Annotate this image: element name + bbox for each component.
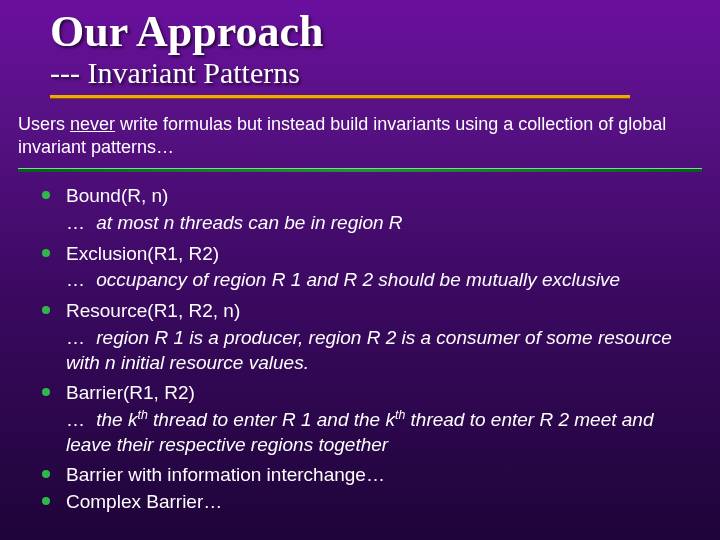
item-sub: … region R 1 is a producer, region R 2 i…: [42, 326, 690, 375]
item-head: Exclusion(R1, R2): [66, 243, 219, 264]
list-item: Barrier(R1, R2): [42, 381, 690, 406]
intro-pre: Users: [18, 114, 70, 134]
list-item: Resource(R1, R2, n): [42, 299, 690, 324]
pattern-list: Bound(R, n) … at most n threads can be i…: [0, 172, 720, 514]
sub-text: thread to enter: [405, 409, 539, 430]
sub-text: thread to enter: [148, 409, 282, 430]
sub-text: initial resource values.: [116, 352, 309, 373]
var-r: R 1: [154, 327, 184, 348]
intro-text: Users never write formulas but instead b…: [0, 99, 720, 162]
bullet-icon: [42, 470, 50, 478]
sub-text: is a producer, region: [184, 327, 367, 348]
item-head: Barrier with information interchange…: [66, 464, 385, 485]
sup-th: th: [137, 408, 147, 422]
bullet-icon: [42, 306, 50, 314]
var-r: R 2: [539, 409, 569, 430]
item-sub: … occupancy of region R 1 and R 2 should…: [42, 268, 690, 293]
ellipsis: …: [66, 212, 85, 233]
intro-post: write formulas but instead build invaria…: [18, 114, 666, 157]
ellipsis: …: [66, 269, 85, 290]
var-r: R 2: [343, 269, 373, 290]
var-r: R: [389, 212, 403, 233]
item-head: Barrier(R1, R2): [66, 382, 195, 403]
bullet-icon: [42, 191, 50, 199]
item-head: Resource(R1, R2, n): [66, 300, 240, 321]
sub-text: threads can be in region: [174, 212, 388, 233]
title-block: Our Approach --- Invariant Patterns: [0, 0, 720, 89]
var-r: R 1: [272, 269, 302, 290]
sub-text: occupancy of region: [91, 269, 272, 290]
item-head: Complex Barrier…: [66, 491, 222, 512]
slide-title: Our Approach: [50, 8, 720, 56]
var-r: R 1: [282, 409, 312, 430]
bullet-icon: [42, 388, 50, 396]
slide-subtitle: --- Invariant Patterns: [50, 56, 720, 89]
bullet-icon: [42, 249, 50, 257]
sub-text: and the k: [312, 409, 395, 430]
ellipsis: …: [66, 327, 85, 348]
sub-text: should be mutually exclusive: [373, 269, 620, 290]
var-n: n: [105, 352, 116, 373]
var-r: R 2: [367, 327, 397, 348]
list-item: Bound(R, n): [42, 184, 690, 209]
list-item: Complex Barrier…: [42, 490, 690, 515]
sup-th: th: [395, 408, 405, 422]
list-item: Exclusion(R1, R2): [42, 242, 690, 267]
bullet-icon: [42, 497, 50, 505]
sub-text: region: [91, 327, 154, 348]
sub-text: and: [301, 269, 343, 290]
sub-text: the k: [91, 409, 137, 430]
item-head: Bound(R, n): [66, 185, 168, 206]
intro-never: never: [70, 114, 115, 134]
sub-text: at most: [91, 212, 164, 233]
slide: Our Approach --- Invariant Patterns User…: [0, 0, 720, 540]
item-sub: … the kth thread to enter R 1 and the kt…: [42, 408, 690, 457]
list-item: Barrier with information interchange…: [42, 463, 690, 488]
item-sub: … at most n threads can be in region R: [42, 211, 690, 236]
ellipsis: …: [66, 409, 85, 430]
var-n: n: [164, 212, 175, 233]
